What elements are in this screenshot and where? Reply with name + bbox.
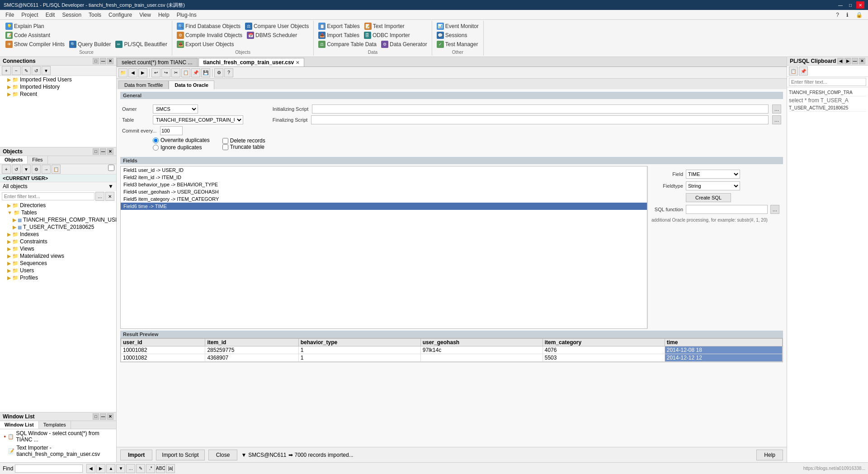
ed-next[interactable]: ▶ — [138, 68, 147, 77]
import-to-script-button[interactable]: Import to Script — [156, 450, 204, 460]
connections-minimize[interactable]: — — [100, 58, 106, 64]
overwrite-radio-input[interactable] — [153, 137, 159, 143]
tree-users[interactable]: ▶ 📁 Users — [0, 267, 116, 274]
conn-filter[interactable]: ▼ — [42, 66, 51, 75]
wl-minimize[interactable]: — — [100, 413, 106, 420]
tab-data-to-oracle[interactable]: Data to Oracle — [169, 81, 214, 89]
help-button[interactable]: Help — [756, 450, 783, 460]
find-down[interactable]: ▼ — [116, 464, 125, 473]
clipboard-filter[interactable] — [789, 78, 866, 86]
overwrite-radio[interactable]: Overwrite duplicates — [153, 137, 210, 143]
maximize-button[interactable]: □ — [846, 1, 854, 9]
filter-clear[interactable]: ✕ — [105, 192, 114, 201]
obj-checkbox[interactable] — [108, 165, 114, 171]
ed-paste[interactable]: 📌 — [191, 68, 200, 77]
ed-redo[interactable]: ↪ — [161, 68, 170, 77]
export-tables-button[interactable]: 📋 Export Tables — [316, 22, 362, 31]
tab-templates[interactable]: Templates — [39, 421, 71, 429]
field-item-6[interactable]: Field6 time -> TIME — [121, 203, 647, 210]
doc-tab-sql[interactable]: select count(*) from TIANC ... — [117, 58, 198, 66]
wl-item-importer[interactable]: 📝 Text Importer - tianchi_fresh_comp_tra… — [0, 444, 116, 458]
menu-info-icon[interactable]: ℹ — [843, 11, 852, 19]
tree-constraints[interactable]: ▶ 📁 Constraints — [0, 238, 116, 245]
tree-table-tianchi[interactable]: ▶ ▦ TIANCHI_FRESH_COMP_TRAIN_USER — [0, 216, 116, 223]
conn-refresh[interactable]: ↺ — [32, 66, 41, 75]
filter-btn[interactable]: … — [95, 192, 104, 201]
query-builder-button[interactable]: 🔍 Query Builder — [67, 40, 113, 49]
wl-close[interactable]: ✕ — [107, 413, 113, 420]
obj-refresh[interactable]: ↺ — [12, 165, 21, 174]
conn-edit[interactable]: ✎ — [22, 66, 31, 75]
clipboard-item-3[interactable]: T_USER_ACTIVE_20180625 — [789, 104, 866, 112]
ed-undo[interactable]: ↩ — [151, 68, 160, 77]
menu-file[interactable]: File — [2, 11, 18, 19]
final-script-input[interactable] — [311, 115, 769, 124]
import-tables-button[interactable]: 📥 Import Tables — [316, 31, 361, 40]
tree-sequences[interactable]: ▶ 📁 Sequences — [0, 260, 116, 267]
doc-tab-csv[interactable]: tianchi_fresh_comp_train_user.csv ✕ — [198, 58, 305, 66]
menu-session[interactable]: Session — [58, 11, 85, 19]
menu-tools[interactable]: Tools — [85, 11, 105, 19]
tab-objects[interactable]: Objects — [0, 156, 28, 164]
obj-add[interactable]: + — [2, 165, 11, 174]
sessions-button[interactable]: 💬 Sessions — [435, 31, 469, 40]
objects-close[interactable]: ✕ — [107, 148, 113, 155]
sql-fn-input[interactable] — [686, 205, 768, 214]
ignore-radio-input[interactable] — [153, 145, 159, 151]
field-select[interactable]: TIME — [686, 170, 740, 179]
cp-paste[interactable]: 📌 — [799, 66, 808, 76]
menu-lock-icon[interactable]: 🔒 — [852, 11, 866, 19]
find-highlight[interactable]: ✎ — [136, 464, 145, 473]
beautifier-button[interactable]: ✏ PL/SQL Beautifier — [113, 40, 169, 49]
conn-imported-fixed[interactable]: ▶ 📁 Imported Fixed Users — [0, 76, 116, 83]
compare-user-objects-button[interactable]: ⚖ Compare User Objects — [243, 22, 311, 31]
menu-edit[interactable]: Edit — [42, 11, 59, 19]
tree-table-tuser[interactable]: ▶ ▦ T_USER_ACTIVE_20180625 — [0, 223, 116, 231]
export-user-objects-button[interactable]: 📤 Export User Objects — [175, 40, 236, 49]
sql-fn-dots[interactable]: … — [770, 205, 779, 214]
menu-help-icon[interactable]: ? — [832, 11, 843, 19]
connections-close[interactable]: ✕ — [107, 58, 113, 64]
menu-plugins[interactable]: Plug-Ins — [173, 11, 200, 19]
commit-input[interactable] — [160, 126, 183, 135]
explain-plan-button[interactable]: 💡 Explain Plan — [4, 22, 46, 31]
create-sql-button[interactable]: Create SQL — [686, 193, 731, 202]
ignore-radio[interactable]: Ignore duplicates — [153, 144, 210, 151]
table-select[interactable]: TIANCHI_FRESH_COMP_TRAIN_USER — [153, 115, 243, 124]
menu-view[interactable]: View — [136, 11, 155, 19]
test-manager-button[interactable]: ✓ Test Manager — [435, 40, 480, 49]
find-regex[interactable]: .* — [146, 464, 155, 473]
ed-save[interactable]: 💾 — [201, 68, 210, 77]
ed-help2[interactable]: ? — [224, 68, 233, 77]
truncate-table-checkbox[interactable] — [222, 144, 228, 150]
minimize-button[interactable]: — — [836, 1, 844, 9]
close-dialog-button[interactable]: Close — [208, 450, 238, 460]
field-item-1[interactable]: Field1 user_id -> USER_ID — [121, 166, 647, 174]
obj-filter4[interactable]: 📋 — [52, 165, 61, 174]
find-next[interactable]: ▶ — [96, 464, 105, 473]
clipboard-scroll-left[interactable]: ◀ — [837, 58, 844, 64]
final-script-dots[interactable]: … — [772, 115, 781, 124]
owner-select[interactable]: SMCS — [153, 104, 198, 114]
ed-settings[interactable]: ⚙ — [214, 68, 223, 77]
obj-filter1[interactable]: ▼ — [22, 165, 31, 174]
ed-prev[interactable]: ◀ — [128, 68, 137, 77]
init-script-input[interactable] — [312, 104, 769, 114]
find-abc[interactable]: ABC — [156, 464, 165, 473]
find-input[interactable] — [15, 465, 83, 473]
tab-data-from-textfile[interactable]: Data from Textfile — [118, 81, 169, 89]
conn-recent[interactable]: ▶ 📁 Recent — [0, 90, 116, 98]
field-item-4[interactable]: Field4 user_geohash -> USER_GEOHASH — [121, 188, 647, 195]
tab-files[interactable]: Files — [28, 156, 47, 164]
find-options[interactable]: … — [126, 464, 135, 473]
odbc-importer-button[interactable]: 🗄 ODBC Importer — [362, 31, 412, 40]
ed-copy[interactable]: 📋 — [181, 68, 190, 77]
obj-filter3[interactable]: → — [42, 165, 51, 174]
tree-indexes[interactable]: ▶ 📁 Indexes — [0, 231, 116, 238]
clipboard-close[interactable]: ✕ — [859, 58, 865, 64]
delete-records-checkbox[interactable] — [222, 138, 228, 144]
wl-restore[interactable]: □ — [93, 413, 99, 420]
close-button[interactable]: ✕ — [856, 1, 864, 9]
field-item-2[interactable]: Field2 item_id -> ITEM_ID — [121, 174, 647, 181]
truncate-table-check[interactable]: Truncate table — [222, 144, 265, 150]
